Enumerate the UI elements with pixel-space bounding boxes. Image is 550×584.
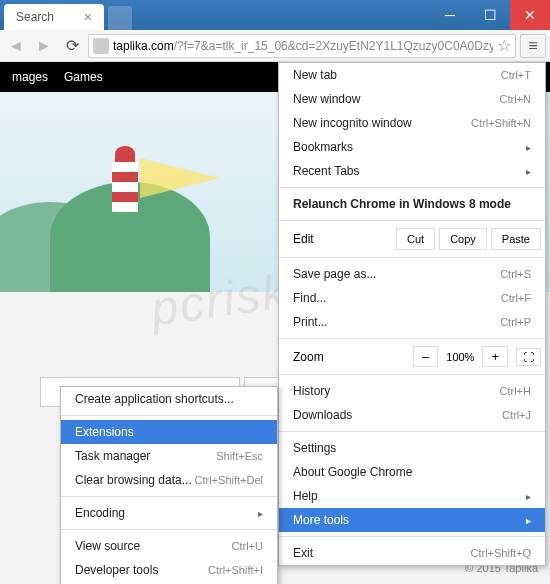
zoom-out-button[interactable]: – [413, 346, 438, 367]
new-tab-button[interactable] [108, 6, 132, 30]
nav-games[interactable]: Games [64, 70, 103, 84]
browser-tab[interactable]: Search × [4, 4, 104, 30]
menu-print[interactable]: Print...Ctrl+P [279, 310, 545, 334]
forward-button[interactable]: ► [32, 34, 56, 58]
tab-title: Search [16, 10, 54, 24]
chevron-right-icon: ▸ [526, 142, 531, 153]
maximize-button[interactable]: ☐ [470, 0, 510, 30]
menu-more-tools[interactable]: More tools▸ [279, 508, 545, 532]
chrome-menu-button[interactable]: ≡ [520, 34, 546, 58]
paste-button[interactable]: Paste [491, 228, 541, 250]
menu-separator [61, 529, 277, 530]
chevron-right-icon: ▸ [526, 166, 531, 177]
fullscreen-button[interactable]: ⛶ [516, 348, 541, 366]
address-bar[interactable]: taplika.com/?f=7&a=tlk_ir_15_06&cd=2Xzuy… [88, 34, 516, 58]
window-controls: ─ ☐ ✕ [430, 0, 550, 30]
menu-edit-label: Edit [293, 232, 396, 246]
menu-history[interactable]: HistoryCtrl+H [279, 379, 545, 403]
menu-separator [61, 415, 277, 416]
menu-separator [279, 374, 545, 375]
window-titlebar: Search × ─ ☐ ✕ [0, 0, 550, 30]
menu-recent-tabs[interactable]: Recent Tabs▸ [279, 159, 545, 183]
back-button[interactable]: ◄ [4, 34, 28, 58]
submenu-task-manager[interactable]: Task managerShift+Esc [61, 444, 277, 468]
menu-settings[interactable]: Settings [279, 436, 545, 460]
submenu-view-source[interactable]: View sourceCtrl+U [61, 534, 277, 558]
menu-help[interactable]: Help▸ [279, 484, 545, 508]
copy-button[interactable]: Copy [439, 228, 487, 250]
zoom-label: Zoom [293, 350, 405, 364]
submenu-dev-tools[interactable]: Developer toolsCtrl+Shift+I [61, 558, 277, 582]
chrome-main-menu: New tabCtrl+T New windowCtrl+N New incog… [278, 62, 546, 566]
submenu-clear-data[interactable]: Clear browsing data...Ctrl+Shift+Del [61, 468, 277, 492]
menu-zoom-row: Zoom – 100% + ⛶ [279, 343, 545, 370]
chevron-right-icon: ▸ [526, 515, 531, 526]
menu-edit-row: Edit Cut Copy Paste [279, 225, 545, 253]
url-text: taplika.com/?f=7&a=tlk_ir_15_06&cd=2Xzuy… [113, 39, 493, 53]
chevron-right-icon: ▸ [258, 508, 263, 519]
menu-separator [279, 338, 545, 339]
menu-separator [279, 220, 545, 221]
menu-save-as[interactable]: Save page as...Ctrl+S [279, 262, 545, 286]
close-tab-icon[interactable]: × [84, 9, 92, 25]
submenu-create-shortcuts[interactable]: Create application shortcuts... [61, 387, 277, 411]
menu-new-tab[interactable]: New tabCtrl+T [279, 63, 545, 87]
bookmark-star-icon[interactable]: ☆ [497, 36, 511, 55]
lighthouse-icon [110, 146, 140, 212]
zoom-value: 100% [446, 351, 474, 363]
menu-separator [279, 187, 545, 188]
menu-separator [61, 496, 277, 497]
menu-downloads[interactable]: DownloadsCtrl+J [279, 403, 545, 427]
menu-relaunch[interactable]: Relaunch Chrome in Windows 8 mode [279, 192, 545, 216]
menu-bookmarks[interactable]: Bookmarks▸ [279, 135, 545, 159]
submenu-encoding[interactable]: Encoding▸ [61, 501, 277, 525]
browser-toolbar: ◄ ► ⟳ taplika.com/?f=7&a=tlk_ir_15_06&cd… [0, 30, 550, 62]
zoom-in-button[interactable]: + [482, 346, 508, 367]
chevron-right-icon: ▸ [526, 491, 531, 502]
reload-button[interactable]: ⟳ [60, 34, 84, 58]
submenu-extensions[interactable]: Extensions [61, 420, 277, 444]
menu-find[interactable]: Find...Ctrl+F [279, 286, 545, 310]
nav-images[interactable]: mages [12, 70, 48, 84]
menu-separator [279, 536, 545, 537]
menu-exit[interactable]: ExitCtrl+Shift+Q [279, 541, 545, 565]
close-window-button[interactable]: ✕ [510, 0, 550, 30]
menu-about[interactable]: About Google Chrome [279, 460, 545, 484]
menu-incognito[interactable]: New incognito windowCtrl+Shift+N [279, 111, 545, 135]
more-tools-submenu: Create application shortcuts... Extensio… [60, 386, 278, 584]
cut-button[interactable]: Cut [396, 228, 435, 250]
menu-new-window[interactable]: New windowCtrl+N [279, 87, 545, 111]
page-icon [93, 38, 109, 54]
menu-separator [279, 257, 545, 258]
minimize-button[interactable]: ─ [430, 0, 470, 30]
menu-separator [279, 431, 545, 432]
